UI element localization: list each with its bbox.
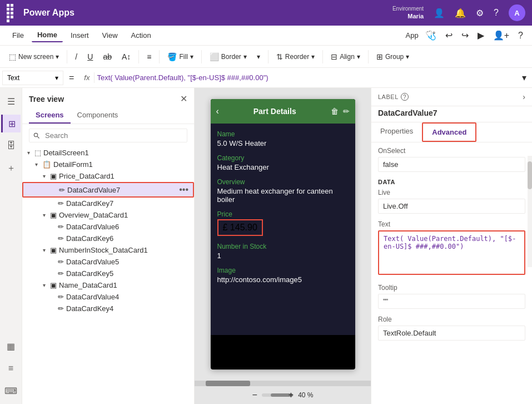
align-objects-button[interactable]: ⊟ Align ▾: [326, 50, 365, 63]
new-screen-button[interactable]: ⬚ New screen ▾: [4, 50, 63, 63]
zoom-plus-button[interactable]: +: [289, 390, 294, 400]
help-icon[interactable]: ?: [494, 8, 499, 18]
expand-icon-detailform1[interactable]: ▾: [32, 161, 40, 169]
sidebar-icon-variables[interactable]: ≡: [2, 359, 20, 377]
sidebar-icon-plus[interactable]: ＋: [2, 159, 20, 177]
more-options-datacardvalue7[interactable]: •••: [177, 185, 191, 195]
border-button[interactable]: ⬜ Border ▾: [205, 50, 251, 63]
zoom-minus-button[interactable]: −: [252, 390, 257, 400]
tree-item-price-datacard1[interactable]: ▾ ▣ Price_DataCard1: [22, 170, 194, 182]
reorder-button[interactable]: ⇅ Reorder ▾: [272, 50, 319, 63]
tree-item-datacardkey7[interactable]: ✏ DataCardKey7: [22, 198, 194, 209]
formula-input[interactable]: [97, 73, 516, 82]
treeview-close-button[interactable]: ✕: [180, 93, 187, 104]
canvas-scroll-thumb[interactable]: [206, 381, 250, 386]
user-circle-icon[interactable]: 👤: [434, 8, 445, 18]
tree-item-datacardvalue6[interactable]: ✏ DataCardValue6: [22, 221, 194, 233]
expand-icon-numberinstock[interactable]: ▾: [40, 247, 48, 254]
label-detailform1: DetailForm1: [53, 160, 192, 169]
formula-bar: Text ▾ = fx ▾: [0, 68, 532, 88]
tree-item-detailform1[interactable]: ▾ 📋 DetailForm1: [22, 159, 194, 170]
treeview-title: Tree view: [29, 95, 64, 104]
search-input[interactable]: [29, 129, 187, 142]
phone-back-button[interactable]: ‹: [216, 106, 219, 116]
sidebar-icon-treeview[interactable]: ⊞: [1, 115, 21, 132]
menu-view[interactable]: View: [97, 29, 123, 42]
input-tooltip[interactable]: [378, 294, 525, 309]
group-chevron[interactable]: ▾: [406, 53, 409, 61]
gear-icon[interactable]: ⚙: [476, 8, 484, 18]
health-icon[interactable]: 🩺: [423, 30, 439, 41]
help-menu-icon[interactable]: ?: [516, 31, 525, 41]
undo-icon[interactable]: ↩: [443, 30, 455, 41]
tab-properties[interactable]: Properties: [371, 122, 422, 142]
sidebar-icon-data[interactable]: 🗄: [2, 137, 20, 155]
sidebar-icon-code[interactable]: ⌨: [2, 382, 20, 400]
tab-screens[interactable]: Screens: [29, 107, 71, 124]
label-tooltip: Tooltip: [378, 284, 525, 292]
tab-components[interactable]: Components: [71, 107, 125, 124]
phone-edit-icon[interactable]: ✏: [343, 107, 350, 116]
input-role[interactable]: [378, 326, 525, 341]
canvas-horizontal-scrollbar[interactable]: [195, 381, 371, 386]
toolbar-separator-5: [268, 50, 269, 63]
expand-icon-price-datacard[interactable]: ▾: [40, 173, 48, 180]
formula-selector[interactable]: Text ▾: [2, 71, 63, 85]
formula-equals: =: [66, 73, 77, 83]
menu-file[interactable]: File: [7, 29, 29, 42]
tree-content: ▾ ⬚ DetailScreen1 ▾ 📋 DetailForm1 ▾ ▣ Pr…: [22, 147, 194, 404]
tree-item-datacardvalue4[interactable]: ✏ DataCardValue4: [22, 291, 194, 303]
input-icon-k6: ✏: [58, 234, 64, 243]
border-chevron[interactable]: ▾: [243, 53, 247, 61]
tree-panel: Tree view ✕ Screens Components ▾ ⬚ Detai…: [22, 88, 195, 404]
input-onselect[interactable]: [378, 157, 525, 172]
panel-expand-icon[interactable]: ›: [523, 92, 525, 101]
tree-item-name-datacard[interactable]: ▾ ▣ Name_DataCard1: [22, 279, 194, 291]
menu-action[interactable]: Action: [126, 29, 157, 42]
group-button[interactable]: ⊞ Group ▾: [372, 50, 414, 63]
tree-item-datacardkey4[interactable]: ✏ DataCardKey4: [22, 303, 194, 314]
tree-item-overview-datacard1[interactable]: ▾ ▣ Overview_DataCard1: [22, 209, 194, 221]
underline-button[interactable]: U: [83, 50, 97, 63]
bell-icon[interactable]: 🔔: [455, 8, 466, 18]
tree-item-datacardkey5[interactable]: ✏ DataCardKey5: [22, 268, 194, 279]
avatar[interactable]: A: [509, 4, 525, 21]
menu-insert[interactable]: Insert: [65, 29, 95, 42]
apps-launcher-icon[interactable]: [7, 4, 17, 22]
sidebar-icon-media[interactable]: ▦: [2, 337, 20, 355]
border-extra[interactable]: ▾: [252, 51, 265, 63]
tree-item-datacardvalue5[interactable]: ✏ DataCardValue5: [22, 256, 194, 268]
font-size-button[interactable]: A↕: [117, 50, 135, 63]
align-chevron[interactable]: ▾: [357, 53, 360, 61]
zoom-slider[interactable]: [262, 393, 284, 397]
field-image: Image http://contoso.com/image5: [217, 267, 349, 284]
text-format-slash[interactable]: /: [71, 50, 82, 63]
expand-icon-name-datacard[interactable]: ▾: [40, 282, 48, 289]
formula-expand-icon[interactable]: ▾: [519, 72, 530, 83]
tree-item-numberinstock-datacard[interactable]: ▾ ▣ NumberInStock_DataCard1: [22, 244, 194, 256]
reorder-chevron[interactable]: ▾: [311, 53, 315, 61]
textarea-text[interactable]: Text( Value(Parent.Default), "[$-en-US]$…: [378, 230, 525, 275]
play-icon[interactable]: ▶: [475, 30, 486, 41]
strikethrough-button[interactable]: ab: [98, 50, 116, 63]
expand-icon-detailscreen1[interactable]: ▾: [24, 149, 32, 157]
input-live[interactable]: [378, 199, 525, 214]
new-screen-chevron[interactable]: ▾: [56, 53, 59, 61]
tab-advanced[interactable]: Advanced: [422, 122, 476, 142]
sidebar-icon-menu[interactable]: ☰: [2, 92, 20, 110]
tree-item-datacardvalue7[interactable]: ✏ DataCardValue7 •••: [22, 182, 194, 198]
tree-item-detailscreen1[interactable]: ▾ ⬚ DetailScreen1: [22, 147, 194, 159]
canvas-scroll[interactable]: ‹ Part Details 🗑 ✏ Name 5.0 W/S Heater C…: [195, 88, 371, 381]
redo-icon[interactable]: ↪: [459, 30, 471, 41]
phone-delete-icon[interactable]: 🗑: [331, 107, 339, 116]
tree-item-datacardkey6[interactable]: ✏ DataCardKey6: [22, 233, 194, 244]
label-name-datacard: Name_DataCard1: [59, 281, 192, 289]
align-button[interactable]: ≡: [142, 50, 156, 63]
share-icon[interactable]: 👤+: [491, 30, 511, 41]
expand-icon-overview-datacard[interactable]: ▾: [40, 211, 48, 219]
fill-button[interactable]: 🪣 Fill ▾: [163, 50, 197, 63]
panel-title: DataCardValue7: [371, 106, 532, 122]
panel-help-icon[interactable]: ?: [401, 93, 409, 101]
menu-home[interactable]: Home: [32, 28, 63, 42]
fill-chevron[interactable]: ▾: [190, 53, 193, 61]
